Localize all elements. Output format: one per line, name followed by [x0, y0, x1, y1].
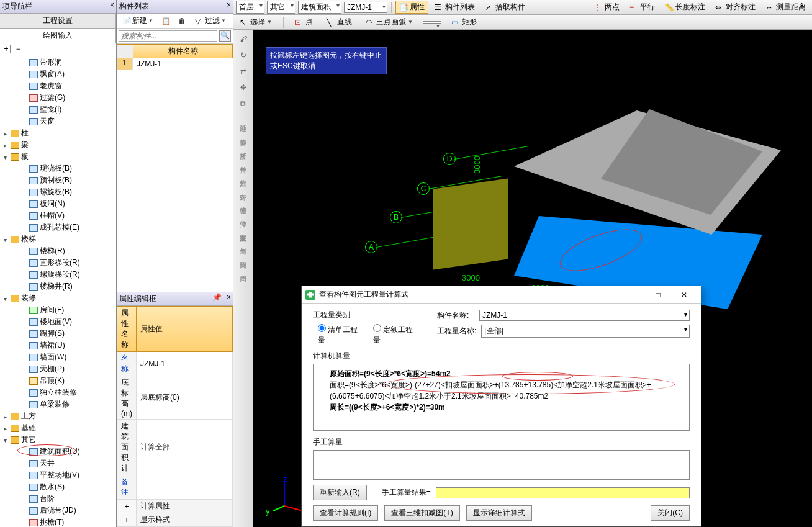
tree-node[interactable]: 台阶: [0, 493, 116, 505]
tree-node[interactable]: 成孔芯模(E): [0, 222, 116, 233]
mirror-tool[interactable]: ⇄: [236, 65, 251, 78]
close-icon[interactable]: ×: [227, 1, 231, 9]
object-combo[interactable]: JZMJ-1: [344, 2, 387, 13]
tree-node[interactable]: 独立柱装修: [0, 387, 116, 399]
manual-result-input[interactable]: [436, 487, 690, 498]
tree-node[interactable]: 老虎窗: [0, 80, 116, 92]
search-button[interactable]: 🔍: [219, 30, 231, 42]
attributes-button[interactable]: 📑属性: [395, 1, 428, 14]
pin-icon[interactable]: 📌: [212, 293, 222, 302]
dialog-titlebar[interactable]: 查看构件图元工程量计算式 — □ ✕: [302, 286, 701, 304]
brush-tool[interactable]: 🖌: [236, 32, 251, 46]
table-row[interactable]: 底标高(m)层底标高(0): [117, 376, 233, 420]
tree-node[interactable]: 建筑面积(U): [0, 446, 116, 457]
vtool-合并[interactable]: 合并: [236, 154, 251, 168]
tree-node[interactable]: 天窗: [0, 115, 116, 127]
vtool-圆角[interactable]: 圆角: [236, 250, 251, 263]
length-dim-button[interactable]: 📏长度标注: [661, 1, 709, 14]
pick-component-button[interactable]: ↗拾取构件: [481, 1, 529, 14]
tree-node[interactable]: ▸基础: [0, 422, 116, 434]
view-rule-button[interactable]: 查看计算规则(I): [313, 505, 378, 521]
filter-button[interactable]: ▽过滤▼: [192, 15, 229, 27]
tab-draw-input[interactable]: 绘图输入: [0, 29, 116, 43]
tree-node[interactable]: 预制板(B): [0, 174, 116, 186]
vtool-分割[interactable]: 分割: [236, 168, 251, 181]
tree-node[interactable]: 挑檐(T): [0, 516, 116, 527]
maximize-button[interactable]: □: [645, 287, 671, 303]
reenter-button[interactable]: 重新输入(R): [313, 485, 367, 500]
tree-node[interactable]: 楼梯(R): [0, 245, 116, 257]
expand-all-button[interactable]: +: [2, 45, 11, 53]
collapse-all-button[interactable]: −: [14, 45, 22, 53]
tree-node[interactable]: 螺旋板(B): [0, 186, 116, 198]
view-3d-deduct-button[interactable]: 查看三维扣减图(T): [384, 505, 459, 521]
tree-node[interactable]: 壁龛(I): [0, 104, 116, 115]
toggle-icon[interactable]: ▸: [4, 130, 9, 136]
tree-node[interactable]: 房间(F): [0, 304, 116, 316]
table-row[interactable]: 名称JZMJ-1: [117, 352, 233, 376]
arc-button[interactable]: ◠三点画弧▼: [362, 16, 417, 29]
tree-node[interactable]: 墙面(W): [0, 351, 116, 363]
vtool-倒角[interactable]: 倒角: [236, 236, 251, 250]
type-combo[interactable]: 建筑面积: [298, 1, 341, 14]
tree-node[interactable]: 墙裙(U): [0, 340, 116, 351]
close-dialog-button[interactable]: 关闭(C): [651, 505, 690, 521]
select-button[interactable]: ↖选择▼: [236, 16, 276, 29]
tree-node[interactable]: 飘窗(A): [0, 68, 116, 80]
vtool-设置夹点[interactable]: 设置夹点: [236, 222, 251, 236]
measure-button[interactable]: ↔测量距离: [762, 1, 810, 14]
search-input[interactable]: [119, 30, 217, 42]
tree-node[interactable]: 带形洞: [0, 56, 116, 68]
parallel-button[interactable]: ≡平行: [626, 1, 659, 14]
toggle-icon[interactable]: ▸: [4, 413, 9, 419]
manual-calc-box[interactable]: [313, 450, 690, 480]
table-row[interactable]: 1 JZMJ-1: [117, 58, 233, 70]
tree-node[interactable]: ▸土方: [0, 410, 116, 422]
toggle-icon[interactable]: ▸: [4, 425, 9, 431]
tree-node[interactable]: 过梁(G): [0, 92, 116, 104]
tree-node[interactable]: ▾板: [0, 151, 116, 163]
toggle-icon[interactable]: ▾: [4, 295, 9, 301]
table-row[interactable]: 建筑面积计计算全部: [117, 420, 233, 475]
qty-name-select[interactable]: [全部]: [481, 325, 690, 338]
radio-list-qty[interactable]: 清单工程量: [318, 324, 364, 346]
vtool-闭合[interactable]: 闭合: [236, 263, 251, 277]
tree-node[interactable]: 螺旋梯段(R): [0, 269, 116, 281]
tab-project-settings[interactable]: 工程设置: [0, 14, 116, 28]
tree-node[interactable]: 天井: [0, 457, 116, 469]
toggle-icon[interactable]: ▾: [4, 437, 9, 443]
tree-node[interactable]: 柱帽(V): [0, 210, 116, 222]
tree-node[interactable]: 直形梯段(R): [0, 257, 116, 269]
tree-node[interactable]: 现浇板(B): [0, 163, 116, 174]
expand-calc-props[interactable]: +计算属性: [117, 500, 233, 513]
tree-node[interactable]: ▾楼梯: [0, 233, 116, 245]
tree-node[interactable]: 散水(S): [0, 481, 116, 493]
nav-tree[interactable]: 带形洞飘窗(A)老虎窗过梁(G)壁龛(I)天窗▸柱▸梁▾板现浇板(B)预制板(B…: [0, 55, 116, 527]
tree-node[interactable]: ▸柱: [0, 127, 116, 139]
radio-quota-qty[interactable]: 定额工程量: [373, 324, 420, 346]
tree-node[interactable]: ▸梁: [0, 139, 116, 151]
delete-button[interactable]: 🗑: [175, 16, 190, 26]
calc-result-box[interactable]: 原始面积=(9<长度>*6<宽度>)=54m2 面积=(9<长度>*6<宽度>)…: [313, 364, 690, 431]
new-button[interactable]: 📄新建▼: [119, 15, 156, 27]
copy-button[interactable]: 📋: [158, 16, 173, 26]
copy-tool[interactable]: ⧉: [236, 97, 251, 110]
rect-button[interactable]: ▭矩形: [448, 16, 480, 29]
expand-display-style[interactable]: +显示样式: [117, 513, 233, 527]
line-button[interactable]: ╲直线: [323, 16, 356, 29]
move-tool[interactable]: ✥: [236, 81, 251, 94]
floor-combo[interactable]: 首层: [236, 1, 264, 14]
vtool-修剪[interactable]: 修剪: [236, 127, 251, 140]
align-dim-button[interactable]: ⇔对齐标注: [711, 1, 759, 14]
tree-node[interactable]: 后浇带(JD): [0, 505, 116, 516]
arc-option-combo[interactable]: [423, 21, 441, 24]
toggle-icon[interactable]: ▾: [4, 154, 9, 160]
two-point-button[interactable]: ⋮⋮两点: [590, 1, 623, 14]
table-row[interactable]: 备注: [117, 475, 233, 500]
tree-node[interactable]: 楼梯井(R): [0, 281, 116, 292]
tree-node[interactable]: ▾其它: [0, 434, 116, 446]
tree-node[interactable]: ▾装修: [0, 292, 116, 304]
rotate-tool[interactable]: ↻: [236, 48, 251, 62]
tree-node[interactable]: 平整场地(V): [0, 469, 116, 481]
vtool-延伸[interactable]: 延伸: [236, 113, 251, 127]
